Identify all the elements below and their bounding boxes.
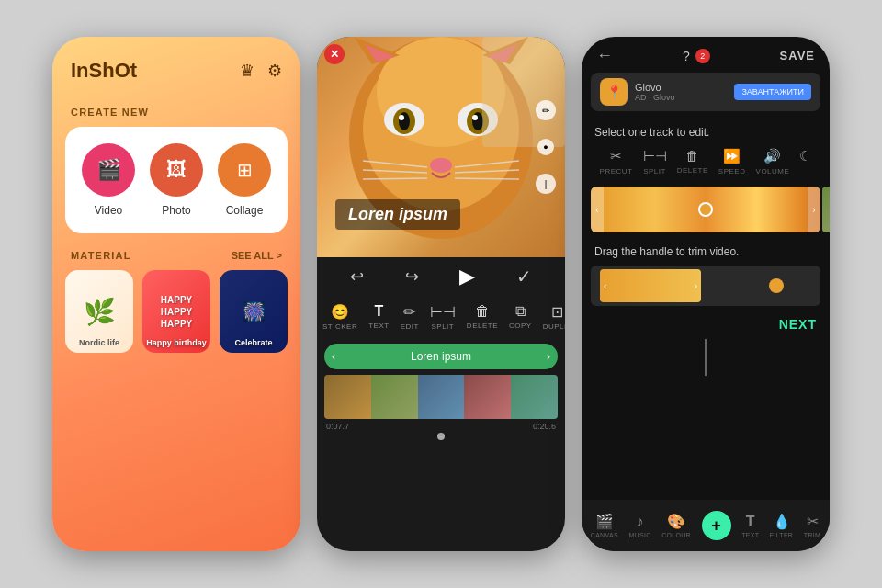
trim-inner-track: ‹ › (600, 269, 701, 302)
video-strip[interactable] (324, 375, 558, 419)
canvas-tool[interactable]: 🎬 CANVAS (591, 513, 618, 538)
photo-button[interactable]: 🖼 Photo (150, 143, 203, 217)
trim-label: TRIM (804, 532, 820, 538)
status-icons: ? 2 (683, 49, 710, 63)
create-card: 🎬 Video 🖼 Photo ⊞ Collage (65, 127, 288, 233)
handle-circle[interactable]: ● (537, 139, 554, 155)
strip-frame-4 (464, 375, 511, 419)
copy-tool[interactable]: ⧉ COPY (503, 300, 537, 334)
colour-icon: 🎨 (667, 513, 685, 530)
track-text-label: Loren ipsum (411, 350, 471, 363)
sticker-tool[interactable]: 😊 STICKER (317, 300, 363, 334)
precut-icon: ✂ (610, 148, 622, 164)
settings-icon[interactable]: ⚙ (267, 61, 282, 81)
trim-right-handle[interactable]: › (695, 281, 697, 291)
trim-left-handle[interactable]: ‹ (604, 281, 606, 291)
ad-app-icon: 📍 (600, 78, 628, 106)
ad-text-block: Glovo AD · Glovo (635, 82, 675, 102)
collage-circle: ⊞ (218, 143, 271, 197)
text-tool[interactable]: T TEXT (741, 514, 759, 538)
trim-tool[interactable]: ✂ TRIM (804, 513, 820, 538)
volume-label: VOLUME (756, 167, 790, 175)
text-tool[interactable]: T TEXT (363, 300, 394, 334)
material-header: MATERIAL SEE ALL > (52, 233, 300, 270)
ad-title: Glovo (635, 82, 675, 93)
ad-cta-button[interactable]: ЗАВАНТАЖИТИ (734, 84, 811, 100)
duplicate-icon: ⊡ (551, 303, 563, 321)
volume-tool[interactable]: 🔊 VOLUME (756, 148, 790, 175)
text-overlay[interactable]: Loren ipsum (335, 199, 460, 230)
check-button[interactable]: ✓ (516, 266, 532, 288)
strip-frame-3 (418, 375, 465, 419)
phone-inshot-home: InShOt ♛ ⚙ CREATE NEW 🎬 Video 🖼 Photo (52, 37, 300, 551)
ad-banner[interactable]: 📍 Glovo AD · Glovo ЗАВАНТАЖИТИ (591, 73, 820, 111)
svg-point-14 (472, 115, 478, 120)
crown-icon[interactable]: ♛ (240, 61, 254, 81)
timeline-divider (705, 339, 707, 376)
copy-icon: ⧉ (515, 303, 526, 320)
video-button[interactable]: 🎬 Video (82, 143, 135, 217)
split-tool[interactable]: ⊢⊣ SPLIT (643, 148, 667, 175)
add-button[interactable]: + (702, 511, 731, 540)
undo-button[interactable]: ↩ (350, 266, 364, 287)
colour-tool[interactable]: 🎨 COLOUR (662, 513, 691, 538)
next-button[interactable]: NEXT (582, 310, 830, 339)
video-icon: 🎬 (96, 158, 121, 182)
trim-track[interactable]: ‹ › (591, 266, 820, 306)
help-icon[interactable]: ? (683, 49, 690, 63)
status-bar: ← ? 2 SAVE (582, 37, 830, 69)
save-button[interactable]: SAVE (780, 49, 815, 62)
precut-tool[interactable]: ✂ PRECUT (600, 148, 633, 175)
back-button[interactable]: ← (596, 46, 613, 65)
moon-tool[interactable]: ☾ (799, 148, 811, 175)
redo-button[interactable]: ↪ (405, 266, 419, 287)
svg-point-15 (430, 158, 452, 173)
see-all-button[interactable]: SEE ALL > (232, 250, 282, 261)
nordic-emoji: 🌿 (84, 297, 116, 327)
time-end: 0:20.6 (533, 422, 556, 431)
speed-tool[interactable]: ⏩ SPEED (718, 148, 746, 175)
handle-top[interactable]: ✏ (536, 100, 556, 120)
close-button[interactable]: ✕ (324, 44, 345, 64)
svg-point-12 (472, 112, 483, 130)
strip-frame-2 (371, 375, 418, 419)
volume-icon: 🔊 (763, 148, 781, 164)
time-row: 0:07.7 0:20.6 (324, 419, 558, 431)
duplicate-tool[interactable]: ⊡ DUPLIC (537, 300, 565, 334)
split-label: SPLIT (643, 167, 666, 175)
text-track[interactable]: ‹ Loren ipsum › (324, 344, 558, 369)
scrubber[interactable] (437, 433, 445, 440)
duplicate-label: DUPLIC (543, 322, 565, 331)
delete-tool[interactable]: 🗑 DELETE (677, 148, 708, 175)
delete-tool[interactable]: 🗑 DELETE (461, 300, 503, 334)
stickers-row: 🌿 Nordic life HAPPYHAPPYHAPPY Happy birt… (52, 270, 300, 353)
filter-tool[interactable]: 💧 FILTER (770, 513, 793, 538)
material-label: MATERIAL (71, 250, 131, 261)
music-label: MUSIC (628, 532, 650, 538)
sticker-nordic[interactable]: 🌿 Nordic life (65, 270, 133, 353)
create-section-label: CREATE NEW (52, 90, 300, 127)
app-logo: InShOt (71, 59, 137, 83)
sticker-celebrate[interactable]: 🎆 Celebrate (220, 270, 288, 353)
track-handle-left[interactable]: ‹ (591, 187, 604, 232)
edit-label: EDIT (401, 322, 419, 331)
track-handle-right[interactable]: › (808, 187, 820, 232)
track-marker (698, 202, 713, 217)
photo-circle: 🖼 (150, 143, 203, 197)
split-label: SPLIT (431, 322, 454, 331)
edit-tool[interactable]: ✏ EDIT (395, 300, 424, 334)
sticker-birthday[interactable]: HAPPYHAPPYHAPPY Happy birthday (142, 270, 210, 353)
track-right-arrow: › (547, 350, 550, 363)
split-tool[interactable]: ⊢⊣ SPLIT (424, 300, 461, 334)
playback-controls: ↩ ↪ ▶ ✓ (317, 257, 565, 296)
collage-label: Collage (226, 204, 264, 217)
music-tool[interactable]: ♪ MUSIC (628, 514, 650, 538)
sticker-icon: 😊 (331, 303, 349, 321)
video-track[interactable]: ‹ › (591, 187, 820, 232)
delete-label: DELETE (467, 322, 498, 330)
delete-icon: 🗑 (685, 148, 699, 164)
handle-bottom[interactable]: | (536, 174, 556, 194)
editor-toolbar: 😊 STICKER T TEXT ✏ EDIT ⊢⊣ SPLIT 🗑 DELET… (317, 296, 565, 338)
play-button[interactable]: ▶ (459, 265, 475, 288)
collage-button[interactable]: ⊞ Collage (218, 143, 271, 217)
